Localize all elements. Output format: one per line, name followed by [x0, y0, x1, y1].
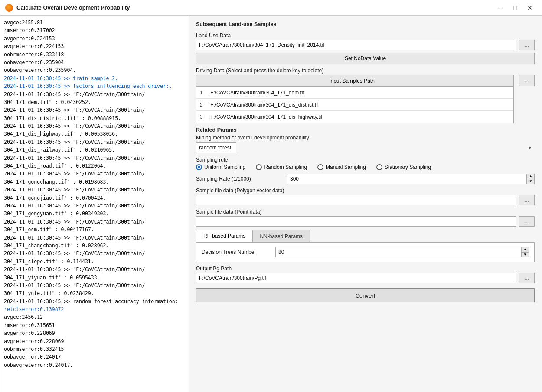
sampling-rate-label: Sampling Rate (1/1000) [196, 176, 283, 182]
land-use-input-row: ... [196, 40, 535, 50]
title-bar: Calculate Overall Development Probabilit… [0, 0, 542, 16]
log-area[interactable]: avgce:2455.81rmserror:0.317002avgerror:0… [0, 16, 189, 392]
radio-item-uniform[interactable]: Uniform Sampling [196, 164, 245, 170]
driving-outer: Input Samples Path 1 F:/CoVCAtrain/300tr… [196, 75, 535, 123]
decision-trees-up-btn[interactable]: ▲ [522, 247, 529, 253]
log-line: 304_171_dis_railway.tif" : 0.0210965. [4, 146, 185, 154]
land-use-label: Land Use Data [196, 32, 535, 39]
driving-row-path: F:/CoVCAtrain/300train/304_171_dis_distr… [210, 102, 510, 108]
radio-circle-uniform [196, 164, 202, 170]
mining-label: Mining method of overall development pro… [196, 135, 535, 141]
log-line: 2024-11-01 16:30:45 >> "F:/CoVCAtrain/30… [4, 122, 185, 130]
driving-rows[interactable]: 1 F:/CoVCAtrain/300train/304_171_dem.tif… [196, 87, 513, 123]
driving-table-header: Input Samples Path [196, 75, 513, 87]
log-line: 2024-11-01 16:30:45 >> "F:/CoVCAtrain/30… [4, 91, 185, 98]
tabs-section: RF-based Params NN-based Params Decision… [196, 230, 535, 262]
radio-label-uniform: Uniform Sampling [204, 164, 245, 170]
log-line: oobavgerror:0.235904 [4, 58, 185, 66]
log-line: avgerror:0.224153 [4, 35, 185, 42]
decision-trees-spinners: ▲ ▼ [521, 247, 529, 257]
app-icon [5, 4, 13, 12]
sampling-rate-input-group: ▲ ▼ [287, 174, 535, 184]
right-panel: Subsequent Land-use Samples Land Use Dat… [189, 16, 542, 392]
sampling-rate-down-btn[interactable]: ▼ [527, 179, 534, 184]
log-line: relclserror:0.139872 [4, 305, 185, 313]
log-line: oobavgrelerror:0.24017. [4, 361, 185, 369]
close-button[interactable]: ✕ [523, 2, 537, 13]
related-params-section: Related Params Mining method of overall … [196, 127, 535, 227]
log-line: 2024-11-01 16:30:45 >> train sample 2. [4, 75, 185, 82]
sampling-rule-label: Sampling rule [196, 157, 535, 163]
log-line: 2024-11-01 16:30:45 >> "F:/CoVCAtrain/30… [4, 249, 185, 257]
log-line: 2024-11-01 16:30:45 >> "F:/CoVCAtrain/30… [4, 218, 185, 226]
sample-polygon-input-row: ... [196, 195, 535, 205]
related-params-title: Related Params [196, 127, 535, 133]
mining-method-select[interactable]: random forestneural network [196, 142, 236, 153]
log-line: oobavgrelerror:0.235904. [4, 66, 185, 74]
convert-button[interactable]: Convert [196, 288, 535, 302]
window-title: Calculate Overall Development Probabilit… [16, 4, 493, 11]
log-line: 2024-11-01 16:30:45 >> "F:/CoVCAtrain/30… [4, 138, 185, 146]
tab-nn[interactable]: NN-based Params [252, 230, 310, 242]
sample-polygon-input[interactable] [196, 195, 516, 205]
sample-polygon-browse-btn[interactable]: ... [519, 195, 535, 205]
log-line: 2024-11-01 16:30:45 >> factors influenci… [4, 82, 185, 90]
log-line: 2024-11-01 16:30:45 >> "F:/CoVCAtrain/30… [4, 186, 185, 194]
log-line: 2024-11-01 16:30:45 >> "F:/CoVCAtrain/30… [4, 266, 185, 273]
output-pg-label: Output Pg Path [196, 266, 535, 272]
sample-point-input-row: ... [196, 216, 535, 227]
title-bar-buttons: ─ □ ✕ [493, 2, 537, 13]
log-line: 304_171_osm.tif" : 0.00417167. [4, 226, 185, 233]
driving-table-row[interactable]: 3 F:/CoVCAtrain/300train/304_171_dis_hig… [196, 111, 513, 123]
log-line: 304_171_gongchang.tif" : 0.0198683. [4, 178, 185, 186]
decision-trees-input-group: ▲ ▼ [275, 247, 529, 257]
minimize-button[interactable]: ─ [493, 2, 507, 13]
left-panel: avgce:2455.81rmserror:0.317002avgerror:0… [0, 16, 189, 392]
log-line: avgrelerror:0.224153 [4, 42, 185, 50]
output-pg-section: Output Pg Path ... [196, 266, 535, 283]
decision-trees-down-btn[interactable]: ▼ [522, 253, 529, 257]
sample-point-browse-btn[interactable]: ... [519, 216, 535, 227]
land-use-browse-btn[interactable]: ... [519, 40, 535, 50]
log-line: 304_171_shangchang.tif" : 0.028962. [4, 242, 185, 249]
output-pg-input-row: ... [196, 273, 535, 283]
driving-table-row[interactable]: 1 F:/CoVCAtrain/300train/304_171_dem.tif [196, 87, 513, 99]
log-line: avgrelerror:0.228069 [4, 337, 185, 345]
tab-rf[interactable]: RF-based Params [196, 230, 253, 242]
radio-circle-manual [317, 164, 323, 170]
land-use-input[interactable] [196, 40, 516, 50]
log-line: rmserror:0.317002 [4, 26, 185, 34]
sample-point-input[interactable] [196, 216, 516, 227]
sampling-rate-up-btn[interactable]: ▲ [527, 174, 534, 179]
sampling-rate-input[interactable] [287, 174, 527, 184]
radio-item-stationary[interactable]: Stationary Sampling [376, 164, 431, 170]
radio-circle-random [256, 164, 262, 170]
radio-item-random[interactable]: Random Sampling [256, 164, 307, 170]
output-pg-browse-btn[interactable]: ... [519, 273, 535, 283]
log-line: oobrmserror:0.333418 [4, 51, 185, 58]
sample-point-section: Sample file data (Point data) ... [196, 209, 535, 227]
sample-point-label: Sample file data (Point data) [196, 209, 535, 215]
output-pg-input[interactable] [196, 273, 516, 283]
driving-row-path: F:/CoVCAtrain/300train/304_171_dis_highw… [210, 114, 510, 120]
log-line: avgerror:0.228069 [4, 329, 185, 337]
driving-data-section: Driving Data (Select and press the delet… [196, 68, 535, 123]
log-line: 2024-11-01 16:30:45 >> "F:/CoVCAtrain/30… [4, 154, 185, 162]
decision-trees-label: Decision Trees Number [202, 249, 271, 255]
log-line: 304_171_dis_district.tif" : 0.00888915. [4, 114, 185, 122]
driving-row-num: 3 [200, 114, 210, 120]
driving-browse-btn[interactable]: ... [519, 75, 535, 86]
decision-trees-input[interactable] [275, 247, 521, 257]
driving-row-num: 1 [200, 90, 210, 96]
radio-label-random: Random Sampling [264, 164, 307, 170]
set-nodata-btn[interactable]: Set NoData Value [196, 53, 535, 64]
log-line: 2024-11-01 16:30:45 >> "F:/CoVCAtrain/30… [4, 234, 185, 242]
main-content: avgce:2455.81rmserror:0.317002avgerror:0… [0, 16, 542, 392]
radio-item-manual[interactable]: Manual Sampling [317, 164, 366, 170]
driving-table-row[interactable]: 2 F:/CoVCAtrain/300train/304_171_dis_dis… [196, 99, 513, 111]
driving-table: Input Samples Path 1 F:/CoVCAtrain/300tr… [196, 75, 514, 123]
land-use-data-section: Land Use Data ... Set NoData Value [196, 32, 535, 64]
log-line: 304_171_dis_highway.tif" : 0.00538036. [4, 130, 185, 138]
log-line: 304_171_yule.tif" : 0.0238429. [4, 289, 185, 297]
maximize-button[interactable]: □ [508, 2, 522, 13]
